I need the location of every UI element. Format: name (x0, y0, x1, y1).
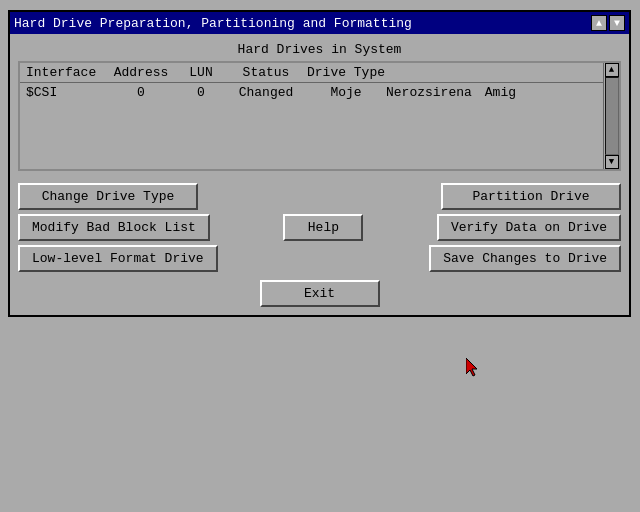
button-row-2: Modify Bad Block List Help Verify Data o… (18, 214, 621, 241)
scrollbar[interactable]: ▲ ▼ (603, 63, 619, 169)
svg-marker-0 (466, 358, 477, 376)
cursor-icon (466, 358, 480, 382)
cell-interface: $CSI (26, 85, 106, 100)
low-level-format-button[interactable]: Low-level Format Drive (18, 245, 218, 272)
right-button-group-3: Save Changes to Drive (429, 245, 621, 272)
buttons-area: Change Drive Type Partition Drive Modify… (18, 183, 621, 307)
window-title: Hard Drive Preparation, Partitioning and… (14, 16, 591, 31)
exit-button[interactable]: Exit (260, 280, 380, 307)
right-button-group: Partition Drive (441, 183, 621, 210)
left-button-group: Change Drive Type (18, 183, 198, 210)
restore-button[interactable]: ▼ (609, 15, 625, 31)
partition-drive-button[interactable]: Partition Drive (441, 183, 621, 210)
col-header-lun: LUN (176, 65, 226, 80)
button-row-3: Low-level Format Drive Save Changes to D… (18, 245, 621, 272)
left-button-group-3: Low-level Format Drive (18, 245, 218, 272)
col-header-interface: Interface (26, 65, 106, 80)
window-body: Hard Drives in System Interface Address … (10, 34, 629, 315)
title-bar: Hard Drive Preparation, Partitioning and… (10, 12, 629, 34)
section-title: Hard Drives in System (18, 42, 621, 57)
cell-address: 0 (106, 85, 176, 100)
table-row[interactable]: $CSI 0 0 Changed Moje Nerozsirena Amig (20, 83, 619, 102)
modify-bad-block-button[interactable]: Modify Bad Block List (18, 214, 210, 241)
cell-drivetype: Moje (306, 85, 386, 100)
exit-row: Exit (18, 280, 621, 307)
cell-lun: 0 (176, 85, 226, 100)
col-header-drivetype: Drive Type (306, 65, 386, 80)
main-window: Hard Drive Preparation, Partitioning and… (8, 10, 631, 317)
minimize-button[interactable]: ▲ (591, 15, 607, 31)
help-button[interactable]: Help (283, 214, 363, 241)
cell-status: Changed (226, 85, 306, 100)
cell-extra1: Nerozsirena (386, 85, 466, 100)
desktop: Hard Drive Preparation, Partitioning and… (0, 0, 640, 512)
table-header-row: Interface Address LUN Status Drive Type (20, 63, 619, 83)
col-header-address: Address (106, 65, 176, 80)
col-header-status: Status (226, 65, 306, 80)
scrollbar-up-button[interactable]: ▲ (605, 63, 619, 77)
button-row-1: Change Drive Type Partition Drive (18, 183, 621, 210)
scrollbar-down-button[interactable]: ▼ (605, 155, 619, 169)
scrollbar-track[interactable] (605, 77, 619, 155)
right-button-group-2: Verify Data on Drive (437, 214, 621, 241)
title-bar-controls: ▲ ▼ (591, 15, 625, 31)
save-changes-button[interactable]: Save Changes to Drive (429, 245, 621, 272)
change-drive-type-button[interactable]: Change Drive Type (18, 183, 198, 210)
verify-data-button[interactable]: Verify Data on Drive (437, 214, 621, 241)
drive-table-area: Interface Address LUN Status Drive Type … (18, 61, 621, 171)
left-button-group-2: Modify Bad Block List (18, 214, 210, 241)
cell-extra2: Amig (466, 85, 516, 100)
